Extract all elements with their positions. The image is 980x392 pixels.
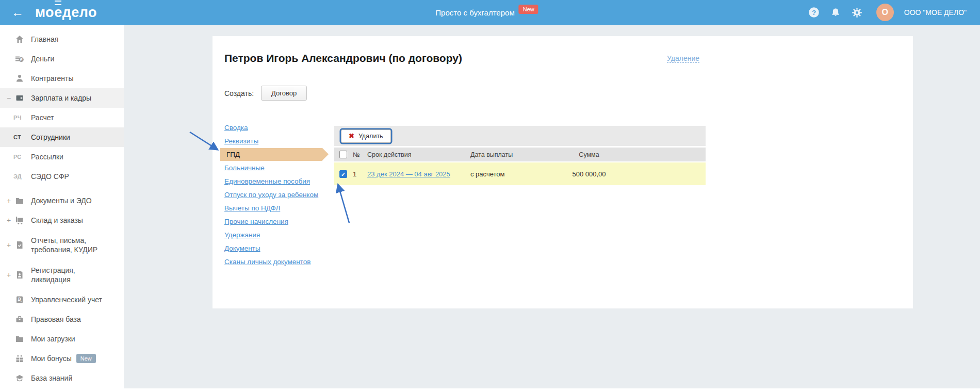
- nav-summary[interactable]: Сводка: [224, 124, 248, 132]
- home-icon: [14, 34, 25, 44]
- select-all-checkbox[interactable]: [339, 151, 347, 158]
- sidebar-item-registration[interactable]: + Регистрация, ликвидация: [0, 260, 124, 290]
- sidebar-item-label: Рассылки: [31, 152, 63, 161]
- sidebar-item-management-accounting[interactable]: ₽ Управленческий учет: [0, 290, 124, 309]
- ruble-icon: ₽: [14, 295, 25, 305]
- sidebar-item-reports[interactable]: + Отчеты, письма, требования, КУДИР: [0, 230, 124, 260]
- logo-text: дело: [62, 5, 97, 21]
- nav-details[interactable]: Реквизиты: [224, 137, 258, 145]
- amount-value: 500 000,00: [553, 170, 625, 178]
- table-row: 1 23 дек 2024 — 04 авг 2025 с расчетом 5…: [334, 162, 706, 185]
- tagline-text: Просто с бухгалтером: [435, 8, 514, 17]
- payment-type: с расчетом: [470, 170, 553, 178]
- nav-lump-sum-benefits[interactable]: Единовременные пособия: [224, 177, 310, 185]
- row-checkbox[interactable]: [339, 170, 347, 178]
- sidebar-item-label: Контрагенты: [31, 74, 73, 83]
- person-icon: [14, 73, 25, 84]
- new-badge: New: [519, 5, 538, 14]
- wallet-icon: [14, 93, 25, 103]
- sidebar-item-label: Документы и ЭДО: [31, 196, 92, 205]
- nav-other-accruals[interactable]: Прочие начисления: [224, 218, 288, 225]
- sidebar-item-employees[interactable]: СТ Сотрудники: [0, 127, 124, 147]
- sidebar-item-my-bonuses[interactable]: Мои бонусы New: [0, 349, 124, 368]
- sidebar-item-label: База знаний: [31, 373, 72, 383]
- collapse-expander[interactable]: −: [5, 94, 12, 102]
- table-toolbar: ✖ Удалить: [334, 126, 706, 148]
- sidebar-item-label: Мои бонусы: [31, 354, 72, 363]
- sidebar-item-label: Деньги: [31, 54, 54, 63]
- sidebar-item-label: Главная: [31, 35, 58, 44]
- collapse-expander[interactable]: +: [5, 271, 12, 279]
- column-header: №: [353, 151, 367, 158]
- nav-documents[interactable]: Документы: [224, 244, 260, 252]
- settings-gear-icon[interactable]: [852, 7, 863, 18]
- employee-card: Петров Игорь Александрович (по договору)…: [213, 36, 913, 308]
- svg-text:₽: ₽: [20, 58, 23, 61]
- sidebar-item-mailings[interactable]: РС Рассылки: [0, 147, 124, 167]
- delete-button-label: Удалить: [358, 133, 383, 140]
- column-header: Дата выплаты: [470, 151, 553, 158]
- deletion-link[interactable]: Удаление: [667, 54, 699, 63]
- column-header: Сумма: [553, 151, 625, 158]
- collapse-expander[interactable]: +: [5, 241, 12, 249]
- nav-withholdings[interactable]: Удержания: [224, 231, 260, 239]
- sidebar-item-label: Управленческий учет: [31, 295, 102, 304]
- sidebar-item-documents-edo[interactable]: + Документы и ЭДО: [0, 191, 124, 210]
- nav-document-scans[interactable]: Сканы личных документов: [224, 258, 311, 266]
- abbr-icon: РС: [13, 154, 22, 160]
- sidebar-item-label: Мои загрузки: [31, 334, 75, 344]
- sidebar-item-label: Сотрудники: [31, 133, 70, 142]
- delete-button[interactable]: ✖ Удалить: [341, 129, 391, 143]
- svg-text:?: ?: [812, 9, 816, 17]
- notifications-bell-icon[interactable]: [830, 7, 841, 18]
- report-icon: [14, 240, 25, 250]
- collapse-expander[interactable]: +: [5, 197, 12, 204]
- sidebar-item-knowledge-base[interactable]: База знаний: [0, 368, 124, 388]
- nav-ndfl-deductions[interactable]: Вычеты по НДФЛ: [224, 204, 280, 212]
- new-badge: New: [76, 354, 96, 363]
- sidebar-item-payroll[interactable]: − Зарплата и кадры: [0, 88, 124, 108]
- sidebar-item-calculation[interactable]: РЧ Расчет: [0, 108, 124, 127]
- row-number: 1: [353, 170, 367, 178]
- back-arrow-icon[interactable]: ←: [11, 6, 24, 19]
- graduation-cap-icon: [14, 373, 25, 383]
- sidebar-item-contractors[interactable]: Контрагенты: [0, 69, 124, 88]
- contract-period-link[interactable]: 23 дек 2024 — 04 авг 2025: [367, 170, 470, 178]
- sidebar-item-money[interactable]: ₽ Деньги: [0, 49, 124, 69]
- app-logo[interactable]: мое дело: [35, 5, 97, 21]
- sidebar-item-label: Отчеты, письма, требования, КУДИР: [31, 236, 97, 254]
- page-title: Петров Игорь Александрович (по договору): [224, 52, 462, 64]
- column-header: Срок действия: [367, 151, 470, 158]
- logo-text: е: [54, 5, 62, 21]
- delete-x-icon: ✖: [349, 133, 354, 139]
- sidebar-item-legal-base[interactable]: Правовая база: [0, 309, 124, 329]
- collapse-expander[interactable]: +: [5, 217, 12, 224]
- bottom-strip: [0, 388, 980, 392]
- user-avatar[interactable]: O: [876, 4, 894, 21]
- sidebar-item-my-uploads[interactable]: Мои загрузки: [0, 329, 124, 349]
- sidebar-item-sedo-sfr[interactable]: ЭД СЭДО СФР: [0, 167, 124, 186]
- sidebar-item-label: Регистрация, ликвидация: [31, 266, 75, 284]
- briefcase-icon: [14, 314, 25, 324]
- nav-childcare-leave[interactable]: Отпуск по уходу за ребенком: [224, 191, 318, 199]
- sidebar-item-label: Склад и заказы: [31, 216, 83, 225]
- top-header: ← мое дело Просто с бухгалтером New ? O …: [0, 0, 980, 25]
- account-name[interactable]: ООО "МОЕ ДЕЛО": [904, 8, 967, 17]
- employee-section-nav: Сводка Реквизиты ГПД Больничные Единовре…: [224, 121, 333, 268]
- promo-tagline[interactable]: Просто с бухгалтером New: [435, 8, 538, 17]
- nav-gpd-selected[interactable]: ГПД: [220, 148, 322, 161]
- nav-sick-leaves[interactable]: Больничные: [224, 164, 265, 172]
- sidebar-item-warehouse[interactable]: + Склад и заказы: [0, 210, 124, 230]
- sidebar: Главная ₽ Деньги Контрагенты − Зарплата …: [0, 25, 124, 392]
- sidebar-item-label: СЭДО СФР: [31, 172, 69, 181]
- abbr-icon: СТ: [13, 134, 21, 140]
- sidebar-item-label: Расчет: [31, 113, 54, 122]
- sidebar-item-label: Правовая база: [31, 315, 81, 324]
- registration-icon: [14, 270, 25, 280]
- help-icon[interactable]: ?: [808, 7, 820, 18]
- abbr-icon: ЭД: [13, 173, 22, 179]
- create-contract-button[interactable]: Договор: [261, 86, 307, 101]
- main-content: Петров Игорь Александрович (по договору)…: [124, 25, 980, 392]
- sidebar-item-main[interactable]: Главная: [0, 29, 124, 49]
- downloads-folder-icon: [14, 334, 25, 344]
